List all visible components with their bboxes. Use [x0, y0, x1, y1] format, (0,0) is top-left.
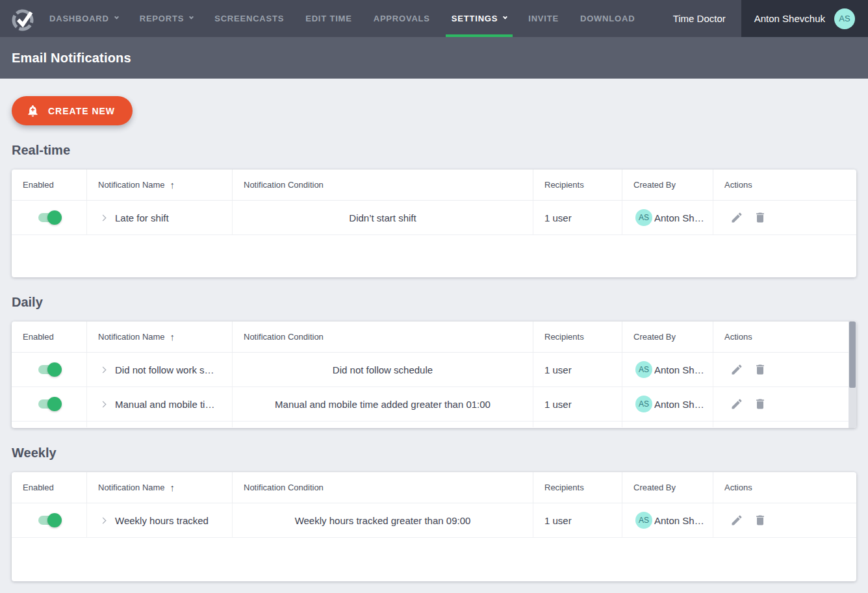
column-header-created-by: Created By	[622, 322, 713, 352]
sort-ascending-icon: ↑	[170, 482, 175, 493]
add-alert-bell-icon	[26, 104, 40, 118]
create-new-button[interactable]: CREATE NEW	[12, 96, 133, 125]
column-header-name[interactable]: Notification Name↑	[86, 170, 232, 200]
avatar: AS	[635, 396, 652, 412]
section-title-real-time: Real-time	[12, 143, 856, 158]
notification-condition: Manual and mobile time added greater tha…	[232, 387, 533, 421]
column-header-enabled: Enabled	[12, 322, 86, 352]
table-row-partial	[12, 422, 849, 427]
nav-item-download[interactable]: DOWNLOAD	[580, 0, 635, 37]
enabled-toggle[interactable]	[38, 397, 61, 411]
enabled-toggle[interactable]	[38, 210, 61, 225]
expand-chevron-icon[interactable]	[100, 401, 107, 407]
column-header-recipients: Recipients	[533, 472, 622, 503]
nav-item-dashboard[interactable]: DASHBOARD	[49, 0, 118, 37]
nav-spacer	[656, 0, 672, 37]
notification-condition: Weekly hours tracked greater than 09:00	[232, 503, 533, 537]
column-header-created-by: Created By	[622, 170, 713, 200]
nav-item-settings[interactable]: SETTINGS	[452, 0, 507, 37]
column-header-actions: Actions	[713, 472, 856, 503]
avatar: AS	[635, 361, 652, 378]
column-header-name[interactable]: Notification Name↑	[86, 322, 232, 352]
nav-item-edit-time[interactable]: EDIT TIME	[305, 0, 351, 37]
column-header-name[interactable]: Notification Name↑	[86, 472, 232, 503]
table-row: Late for shift Didn’t start shift 1 user…	[12, 201, 856, 235]
delete-icon[interactable]	[754, 514, 767, 527]
column-header-condition: Notification Condition	[232, 322, 533, 352]
avatar: AS	[635, 512, 652, 529]
user-menu[interactable]: Anton Shevchuk AS	[741, 0, 868, 37]
scrollbar[interactable]	[849, 322, 856, 428]
nav-item-reports[interactable]: REPORTS	[140, 0, 193, 37]
edit-icon[interactable]	[730, 397, 743, 410]
enabled-toggle[interactable]	[38, 513, 61, 527]
notification-name: Weekly hours tracked	[115, 515, 209, 526]
enabled-toggle[interactable]	[38, 362, 61, 377]
created-by: ASAnton Sh…	[622, 353, 713, 386]
created-by: ASAnton Sh…	[622, 503, 713, 537]
column-header-recipients: Recipients	[533, 170, 622, 200]
nav-item-approvals[interactable]: APPROVALS	[374, 0, 430, 37]
sort-ascending-icon: ↑	[170, 179, 175, 190]
delete-icon[interactable]	[754, 211, 767, 224]
column-header-enabled: Enabled	[12, 170, 86, 200]
user-avatar: AS	[834, 8, 855, 29]
table-header-row: Enabled Notification Name↑ Notification …	[12, 472, 856, 503]
page-title: Email Notifications	[12, 51, 131, 66]
recipients-value: 1 user	[533, 201, 622, 234]
company-name[interactable]: Time Doctor	[673, 0, 726, 37]
table-header-row: Enabled Notification Name↑ Notification …	[12, 322, 849, 353]
logo-clock-check-icon	[9, 5, 38, 33]
real-time-table: Enabled Notification Name↑ Notification …	[12, 170, 856, 277]
chevron-down-icon	[503, 14, 507, 19]
recipients-value: 1 user	[533, 353, 622, 386]
notification-condition: Did not follow schedule	[232, 353, 533, 386]
edit-icon[interactable]	[730, 363, 743, 376]
notification-condition: Didn’t start shift	[232, 201, 533, 234]
column-header-recipients: Recipients	[533, 322, 622, 352]
nav-item-screencasts[interactable]: SCREENCASTS	[214, 0, 284, 37]
section-title-weekly: Weekly	[12, 446, 856, 461]
expand-chevron-icon[interactable]	[100, 517, 107, 524]
scrollbar-thumb[interactable]	[849, 322, 856, 388]
time-doctor-logo[interactable]	[0, 0, 49, 37]
table-row: Manual and mobile ti… Manual and mobile …	[12, 387, 849, 422]
column-header-condition: Notification Condition	[232, 170, 533, 200]
daily-table: Enabled Notification Name↑ Notification …	[12, 322, 856, 428]
main-content: CREATE NEW Real-time Enabled Notificatio…	[0, 79, 868, 581]
user-name: Anton Shevchuk	[754, 13, 825, 24]
created-by: ASAnton Sh…	[622, 201, 713, 234]
table-row: Did not follow work s… Did not follow sc…	[12, 353, 849, 387]
column-header-created-by: Created By	[622, 472, 713, 503]
recipients-value: 1 user	[533, 387, 622, 421]
top-navigation: DASHBOARD REPORTS SCREENCASTS EDIT TIME …	[0, 0, 868, 37]
column-header-enabled: Enabled	[12, 472, 86, 503]
expand-chevron-icon[interactable]	[100, 214, 107, 221]
notification-name: Late for shift	[115, 212, 169, 223]
notification-name: Manual and mobile ti…	[115, 399, 214, 410]
weekly-table: Enabled Notification Name↑ Notification …	[12, 472, 856, 581]
sort-ascending-icon: ↑	[170, 331, 175, 342]
table-row: Weekly hours tracked Weekly hours tracke…	[12, 503, 856, 538]
column-header-actions: Actions	[713, 322, 849, 352]
create-new-label: CREATE NEW	[48, 106, 115, 116]
expand-chevron-icon[interactable]	[100, 366, 107, 373]
created-by: ASAnton Sh…	[622, 387, 713, 421]
avatar: AS	[635, 209, 652, 226]
section-title-daily: Daily	[12, 295, 856, 310]
column-header-actions: Actions	[713, 170, 856, 200]
nav-item-invite[interactable]: INVITE	[528, 0, 559, 37]
table-header-row: Enabled Notification Name↑ Notification …	[12, 170, 856, 201]
chevron-down-icon	[114, 14, 119, 19]
main-menu: DASHBOARD REPORTS SCREENCASTS EDIT TIME …	[49, 0, 656, 37]
edit-icon[interactable]	[730, 211, 743, 224]
edit-icon[interactable]	[730, 514, 743, 527]
chevron-down-icon	[189, 14, 194, 19]
delete-icon[interactable]	[754, 397, 767, 410]
page-header: Email Notifications	[0, 37, 868, 79]
recipients-value: 1 user	[533, 503, 622, 537]
notification-name: Did not follow work s…	[115, 364, 214, 375]
column-header-condition: Notification Condition	[232, 472, 533, 503]
delete-icon[interactable]	[754, 363, 767, 376]
